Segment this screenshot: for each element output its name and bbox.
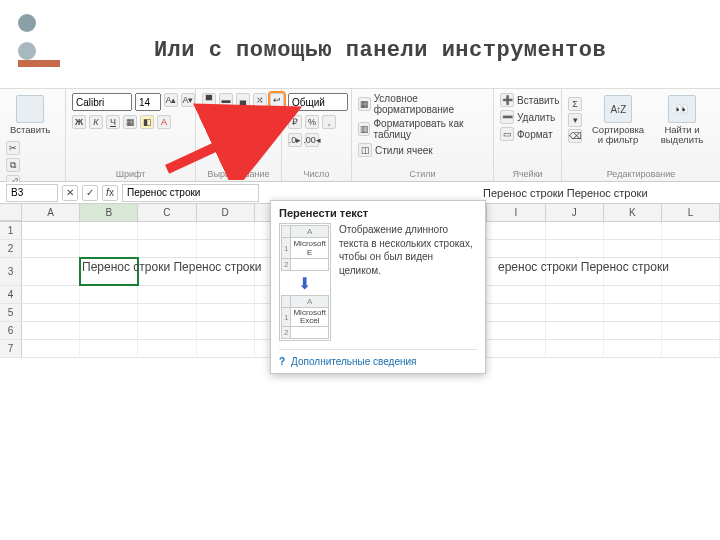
row-header-7[interactable]: 7 bbox=[0, 340, 22, 357]
cancel-entry-button[interactable]: ✕ bbox=[62, 185, 78, 201]
cell-I2[interactable] bbox=[487, 240, 545, 257]
cell-D5[interactable] bbox=[197, 304, 255, 321]
font-size-input[interactable] bbox=[135, 93, 161, 111]
fill-color-button[interactable]: ◧ bbox=[140, 115, 154, 129]
confirm-entry-button[interactable]: ✓ bbox=[82, 185, 98, 201]
row-header-5[interactable]: 5 bbox=[0, 304, 22, 321]
cell-J1[interactable] bbox=[546, 222, 604, 239]
cell-I5[interactable] bbox=[487, 304, 545, 321]
cell-L4[interactable] bbox=[662, 286, 720, 303]
autosum-icon[interactable]: Σ bbox=[568, 97, 582, 111]
cell-D2[interactable] bbox=[197, 240, 255, 257]
cell-A7[interactable] bbox=[22, 340, 80, 357]
row-header-6[interactable]: 6 bbox=[0, 322, 22, 339]
cell-J2[interactable] bbox=[546, 240, 604, 257]
font-name-input[interactable] bbox=[72, 93, 132, 111]
cell-C4[interactable] bbox=[138, 286, 196, 303]
cell-D4[interactable] bbox=[197, 286, 255, 303]
cell-D6[interactable] bbox=[197, 322, 255, 339]
cell-K7[interactable] bbox=[604, 340, 662, 357]
dec-decimal-icon[interactable]: .00◂ bbox=[305, 133, 319, 147]
number-format-select[interactable] bbox=[288, 93, 348, 111]
align-right-icon[interactable]: ≡ bbox=[236, 111, 250, 125]
cell-J4[interactable] bbox=[546, 286, 604, 303]
cell-K6[interactable] bbox=[604, 322, 662, 339]
fill-icon[interactable]: ▾ bbox=[568, 113, 582, 127]
cell-B2[interactable] bbox=[80, 240, 138, 257]
row-header-3[interactable]: 3 bbox=[0, 258, 22, 285]
cell-C1[interactable] bbox=[138, 222, 196, 239]
cut-icon[interactable]: ✂ bbox=[6, 141, 20, 155]
formula-input[interactable] bbox=[122, 184, 259, 202]
comma-icon[interactable]: , bbox=[322, 115, 336, 129]
col-header-D[interactable]: D bbox=[197, 204, 255, 221]
delete-cells-button[interactable]: ➖Удалить bbox=[500, 110, 555, 124]
tooltip-more-link[interactable]: ? Дополнительные сведения bbox=[279, 349, 477, 367]
col-header-A[interactable]: A bbox=[22, 204, 80, 221]
find-select-button[interactable]: 👀 Найти и выделить bbox=[654, 93, 710, 148]
row-header-1[interactable]: 1 bbox=[0, 222, 22, 239]
align-middle-icon[interactable]: ▬ bbox=[219, 93, 233, 107]
cell-L7[interactable] bbox=[662, 340, 720, 357]
align-top-icon[interactable]: ▀ bbox=[202, 93, 216, 107]
bold-button[interactable]: Ж bbox=[72, 115, 86, 129]
inc-decimal-icon[interactable]: .0▸ bbox=[288, 133, 302, 147]
cell-I1[interactable] bbox=[487, 222, 545, 239]
col-header-K[interactable]: K bbox=[604, 204, 662, 221]
insert-cells-button[interactable]: ➕Вставить bbox=[500, 93, 559, 107]
cell-L6[interactable] bbox=[662, 322, 720, 339]
col-header-C[interactable]: C bbox=[138, 204, 196, 221]
cell-B4[interactable] bbox=[80, 286, 138, 303]
col-header-L[interactable]: L bbox=[662, 204, 720, 221]
cell-A5[interactable] bbox=[22, 304, 80, 321]
font-color-button[interactable]: A bbox=[157, 115, 171, 129]
row-header-2[interactable]: 2 bbox=[0, 240, 22, 257]
align-center-icon[interactable]: ≡ bbox=[219, 111, 233, 125]
cell-B6[interactable] bbox=[80, 322, 138, 339]
cell-A2[interactable] bbox=[22, 240, 80, 257]
paste-button[interactable]: Вставить bbox=[6, 93, 54, 137]
cell-B1[interactable] bbox=[80, 222, 138, 239]
cell-C6[interactable] bbox=[138, 322, 196, 339]
col-header-J[interactable]: J bbox=[546, 204, 604, 221]
cell-J7[interactable] bbox=[546, 340, 604, 357]
currency-icon[interactable]: ₽ bbox=[288, 115, 302, 129]
cell-D7[interactable] bbox=[197, 340, 255, 357]
cell-D1[interactable] bbox=[197, 222, 255, 239]
cell-A4[interactable] bbox=[22, 286, 80, 303]
cell-I7[interactable] bbox=[487, 340, 545, 357]
cell-A6[interactable] bbox=[22, 322, 80, 339]
align-bottom-icon[interactable]: ▄ bbox=[236, 93, 250, 107]
cell-styles-button[interactable]: ◫Стили ячеек bbox=[358, 143, 433, 157]
copy-icon[interactable]: ⧉ bbox=[6, 158, 20, 172]
cell-C5[interactable] bbox=[138, 304, 196, 321]
cell-K1[interactable] bbox=[604, 222, 662, 239]
cell-A1[interactable] bbox=[22, 222, 80, 239]
cell-B5[interactable] bbox=[80, 304, 138, 321]
increase-font-icon[interactable]: A▴ bbox=[164, 93, 178, 107]
clear-icon[interactable]: ⌫ bbox=[568, 129, 582, 143]
name-box[interactable] bbox=[6, 184, 58, 202]
cell-L2[interactable] bbox=[662, 240, 720, 257]
select-all-corner[interactable] bbox=[0, 204, 22, 221]
format-cells-button[interactable]: ▭Формат bbox=[500, 127, 553, 141]
row-header-4[interactable]: 4 bbox=[0, 286, 22, 303]
col-header-I[interactable]: I bbox=[487, 204, 545, 221]
decrease-indent-icon[interactable]: ⇤ bbox=[253, 111, 267, 125]
cell-L5[interactable] bbox=[662, 304, 720, 321]
cell-K4[interactable] bbox=[604, 286, 662, 303]
percent-icon[interactable]: % bbox=[305, 115, 319, 129]
cell-L1[interactable] bbox=[662, 222, 720, 239]
orientation-icon[interactable]: ⤭ bbox=[253, 93, 267, 107]
cell-J6[interactable] bbox=[546, 322, 604, 339]
cell-J5[interactable] bbox=[546, 304, 604, 321]
format-as-table-button[interactable]: ▥Форматировать как таблицу bbox=[358, 118, 487, 140]
underline-button[interactable]: Ч bbox=[106, 115, 120, 129]
cell-L3[interactable] bbox=[662, 258, 720, 285]
decrease-font-icon[interactable]: A▾ bbox=[181, 93, 195, 107]
col-header-B[interactable]: B bbox=[80, 204, 138, 221]
cell-K5[interactable] bbox=[604, 304, 662, 321]
sort-filter-button[interactable]: A↕Z Сортировка и фильтр bbox=[588, 93, 648, 148]
cell-C7[interactable] bbox=[138, 340, 196, 357]
cell-K2[interactable] bbox=[604, 240, 662, 257]
